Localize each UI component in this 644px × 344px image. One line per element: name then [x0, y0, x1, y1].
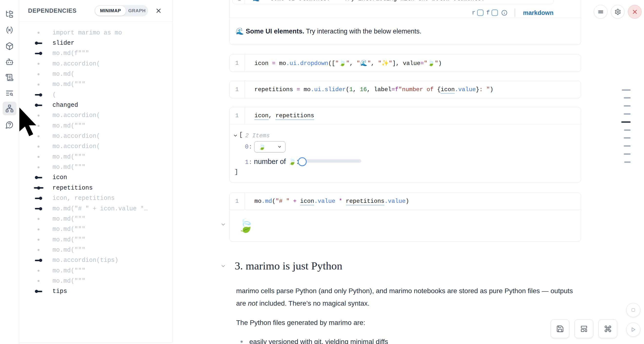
repetitions-slider-track[interactable] [300, 159, 361, 163]
scroll-indicator-line-active[interactable] [621, 121, 630, 123]
minimap-item[interactable]: mo.accordion( [19, 131, 172, 141]
output-regular-text: Try interacting with the below elements. [304, 28, 421, 35]
chevron-down-icon[interactable] [233, 133, 238, 138]
box-icon [5, 42, 14, 50]
minimap-item[interactable]: mo.md(""" [19, 152, 172, 162]
minimap-item[interactable]: mo.md(""" [19, 214, 172, 224]
dataflow-marker-none [30, 32, 47, 34]
chevron-down-icon[interactable] [220, 263, 226, 269]
minimap-item[interactable]: slider [19, 38, 172, 48]
scroll-indicator-line[interactable] [624, 161, 630, 163]
minimap-item-label: mo.md(""" [52, 122, 86, 129]
layout-toggle-button[interactable] [574, 319, 593, 338]
run-button[interactable] [626, 322, 640, 337]
minimap-item[interactable]: mo.md(""" [19, 235, 172, 245]
minimap-item-label: mo.md(""" [52, 164, 86, 171]
repetitions-slider-knob[interactable] [298, 157, 307, 166]
cell-editor[interactable]: 1 icon = mo.ui.dropdown(["🍃", "🌊", "✨"],… [230, 55, 581, 72]
close-icon[interactable] [155, 7, 162, 14]
rail-item-ai-chat[interactable] [3, 55, 16, 69]
dataflow-marker-def [30, 176, 47, 179]
scroll-indicator-line[interactable] [624, 129, 630, 131]
info-icon[interactable] [501, 10, 508, 16]
markdown-cell-editor[interactable]: 1 🌊 **Some UI elements.** Try interactin… [232, 0, 554, 4]
icon-dropdown[interactable]: 🍃 [254, 141, 286, 152]
rail-item-logs[interactable] [3, 71, 16, 84]
stop-icon [630, 307, 636, 313]
minimap-item[interactable]: icon [19, 173, 172, 183]
minimap-item-label: mo.md(""" [52, 247, 86, 254]
rail-item-snippets[interactable] [3, 86, 16, 100]
minimap-item[interactable]: icon, repetitions [19, 193, 172, 204]
notebook-menu-button[interactable] [594, 5, 608, 19]
paragraph-line: are not included. There’s no magical syn… [236, 299, 370, 308]
dependencies-panel: DEPENDENCIES MINIMAP GRAPH import marimo… [19, 0, 172, 342]
cell-editor[interactable]: 1 icon, repetitions [230, 107, 581, 124]
scroll-indicator-line[interactable] [624, 137, 630, 138]
scroll-indicator-line[interactable] [624, 153, 630, 155]
minimap-item[interactable]: mo.accordion( [19, 141, 172, 152]
scroll-indicator-line[interactable] [624, 145, 630, 147]
minimap-item[interactable]: tips [19, 286, 172, 297]
line-number: 1 [236, 0, 243, 3]
rail-item-dependencies[interactable] [3, 102, 16, 115]
dataflow-marker-use [30, 52, 47, 55]
tab-graph[interactable]: GRAPH [126, 8, 148, 14]
minimap-item[interactable]: mo.md("# " + icon.value *… [19, 204, 172, 214]
help-icon [5, 121, 14, 129]
rail-item-file-explorer[interactable] [3, 7, 16, 21]
rail-item-help[interactable] [3, 118, 16, 132]
minimap-item-label: repetitions [52, 185, 93, 192]
minimap-item[interactable]: mo.md(""" [19, 224, 172, 235]
code-cell-slider: 1 repetitions = mo.ui.slider(1, 16, labe… [229, 81, 581, 98]
minimap-item[interactable]: mo.accordion(tips) [19, 255, 172, 266]
minimap-item[interactable]: mo.accordion( [19, 59, 172, 69]
tab-minimap[interactable]: MINIMAP [95, 6, 126, 16]
scroll-indicator-line[interactable] [624, 113, 630, 115]
dropdown-value: 🍃 [258, 143, 266, 150]
dataflow-marker-none [30, 84, 47, 86]
dataflow-marker-none [30, 249, 47, 251]
rail-item-packages[interactable] [3, 39, 16, 53]
rail-item-variables[interactable] [3, 23, 16, 37]
panel-header: DEPENDENCIES MINIMAP GRAPH [19, 0, 172, 22]
code-cell-md-heading: 1 mo.md("# " + icon.value * repetitions.… [229, 193, 581, 242]
minimap-item[interactable]: mo.md(""" [19, 276, 172, 286]
minimap-item[interactable]: mo.md( [19, 69, 172, 79]
line-number: 1 [230, 107, 245, 124]
dataflow-marker-none [30, 125, 47, 127]
minimap-item[interactable]: mo.md(""" [19, 266, 172, 276]
minimap-item[interactable]: mo.accordion( [19, 110, 172, 121]
keyboard-shortcuts-button[interactable] [598, 319, 617, 338]
dataflow-marker-none [30, 270, 47, 272]
f-string-label: f [486, 10, 490, 16]
stop-button[interactable] [626, 303, 640, 317]
scroll-indicator-line[interactable] [622, 89, 630, 91]
minimap-item[interactable]: mo.md(""" [19, 245, 172, 255]
language-toggle[interactable]: markdown [523, 9, 554, 16]
minimap-item[interactable]: mo.md(""" [19, 121, 172, 131]
minimap-item[interactable]: changed [19, 100, 172, 110]
cell-editor[interactable]: 1 repetitions = mo.ui.slider(1, 16, labe… [230, 81, 581, 98]
chevron-down-icon[interactable] [220, 222, 226, 227]
minimap-item[interactable]: mo.md(""" [19, 79, 172, 90]
minimap-item[interactable]: ( [19, 90, 172, 100]
settings-button[interactable] [611, 5, 624, 19]
r-string-checkbox[interactable] [477, 10, 484, 16]
cell-editor[interactable]: 1 mo.md("# " + icon.value * repetitions.… [230, 193, 581, 210]
minimap-item-label: mo.accordion( [52, 60, 100, 67]
scroll-indicator-line[interactable] [624, 97, 630, 98]
leaf-emoji: 🍃 [238, 218, 254, 233]
minimap-item[interactable]: mo.md(""" [19, 162, 172, 172]
minimap-item-label: mo.accordion( [52, 112, 100, 119]
save-button[interactable] [550, 319, 569, 338]
minimap-item[interactable]: mo.md(f""" [19, 48, 172, 59]
minimap-item[interactable]: repetitions [19, 183, 172, 193]
minimap-item[interactable]: import marimo as mo [19, 28, 172, 38]
dataflow-marker-use [30, 207, 47, 210]
shutdown-button[interactable] [628, 5, 642, 19]
scroll-indicator-line[interactable] [624, 105, 630, 106]
markdown-cell-toolbar: r f markdown [472, 8, 554, 17]
f-string-checkbox[interactable] [492, 10, 498, 16]
section-heading: 3. marimo is just Python [235, 259, 342, 272]
